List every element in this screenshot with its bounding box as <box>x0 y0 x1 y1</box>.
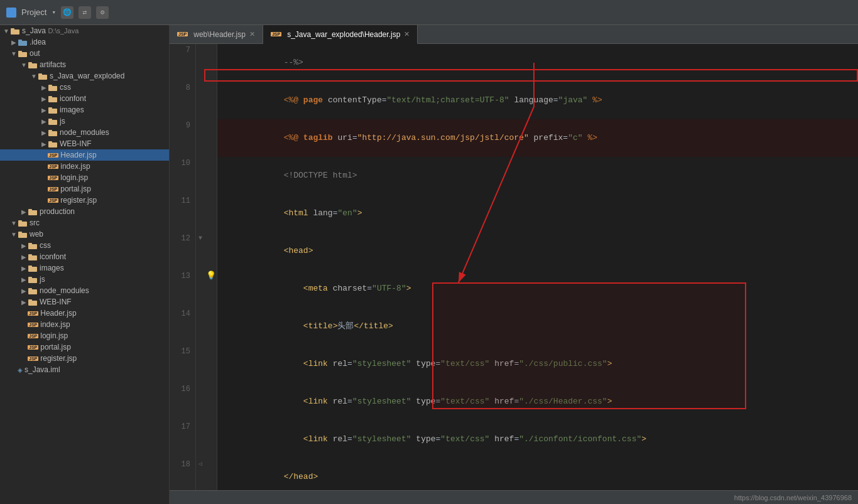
webinf2-label: WEB-INF <box>40 298 169 306</box>
sidebar-item-images1[interactable]: ▶ images <box>0 104 169 115</box>
svg-rect-24 <box>18 222 27 227</box>
code-line-14: 14 <title>头部</title> <box>170 308 858 345</box>
jsp-badge-4: JSP <box>48 187 58 191</box>
svg-rect-6 <box>28 63 37 68</box>
images2-icon <box>28 264 38 272</box>
action-btn-1[interactable]: 🌐 <box>61 6 73 19</box>
line-content-11: <html lang="en"> <box>217 195 858 232</box>
js2-label: js <box>40 275 169 284</box>
fold-13 <box>196 270 205 308</box>
sidebar-item-iml[interactable]: ◈ s_Java.iml <box>0 364 169 375</box>
sidebar-item-nodemod1[interactable]: ▶ node_modules <box>0 127 169 138</box>
artifacts-label: artifacts <box>40 60 169 69</box>
action-btn-3[interactable]: ⚙ <box>96 6 109 19</box>
tab-jsp-badge-1: JSP <box>177 32 188 36</box>
fold-15 <box>196 345 205 383</box>
sidebar-item-images2[interactable]: ▶ images <box>0 262 169 274</box>
code-editor[interactable]: 7 --%> 8 <%@ page contentType="text/html… <box>170 44 858 490</box>
sidebar-item-web[interactable]: ▼ web <box>0 228 169 240</box>
line-content-8: <%@ page contentType="text/html;charset=… <box>217 82 858 119</box>
sidebar-item-nodemod2[interactable]: ▶ node_modules <box>0 285 169 296</box>
dropdown-icon[interactable]: ▾ <box>52 8 56 16</box>
title-bar: Project ▾ 🌐 ⇄ ⚙ <box>0 0 858 25</box>
sidebar-item-loginjsp1[interactable]: JSP login.jsp <box>0 172 169 183</box>
sidebar-item-webinf2[interactable]: ▶ WEB-INF <box>0 296 169 308</box>
action-btn-2[interactable]: ⇄ <box>79 6 91 19</box>
line-content-15: <link rel="stylesheet" type="text/css" h… <box>217 345 858 383</box>
images1-icon <box>48 106 58 114</box>
headerjsp2-label: Header.jsp <box>40 309 169 318</box>
sidebar-item-css1[interactable]: ▶ css <box>0 82 169 93</box>
sidebar-item-js2[interactable]: ▶ js <box>0 274 169 285</box>
root-arrow: ▼ <box>3 28 10 35</box>
web-label: web <box>30 230 169 239</box>
sidebar-item-portaljsp2[interactable]: JSP portal.jsp <box>0 341 169 353</box>
gutter-15 <box>205 345 217 383</box>
css2-label: css <box>40 241 169 250</box>
code-line-16: 16 <link rel="stylesheet" type="text/css… <box>170 383 858 421</box>
line-num-12: 12 <box>170 232 196 270</box>
sidebar-item-headerjsp-selected[interactable]: JSP Header.jsp <box>0 149 169 161</box>
tab-war-header[interactable]: JSP s_Java_war_exploded\Header.jsp ✕ <box>263 25 418 44</box>
svg-rect-33 <box>28 265 32 267</box>
sidebar-item-js1[interactable]: ▶ js <box>0 115 169 127</box>
line-num-14: 14 <box>170 308 196 345</box>
sidebar-item-webinf1[interactable]: ▶ WEB-INF <box>0 138 169 149</box>
sidebar-item-portaljsp1[interactable]: JSP portal.jsp <box>0 183 169 195</box>
svg-rect-12 <box>48 97 57 102</box>
sidebar-item-src[interactable]: ▼ src <box>0 217 169 228</box>
sidebar-item-indexjsp2[interactable]: JSP index.jsp <box>0 319 169 330</box>
jsp-badge-2: JSP <box>48 164 58 169</box>
svg-rect-36 <box>28 289 37 294</box>
line-content-17: <link rel="stylesheet" type="text/css" h… <box>217 421 858 458</box>
sidebar-item-loginjsp2[interactable]: JSP login.jsp <box>0 330 169 341</box>
tab-web-header-close[interactable]: ✕ <box>249 30 255 38</box>
fold-12: ▼ <box>196 232 205 270</box>
web-icon <box>18 230 28 238</box>
sidebar-item-production[interactable]: ▶ production <box>0 206 169 217</box>
svg-rect-23 <box>28 209 32 211</box>
root-label: s_Java D:\s_Java <box>22 26 169 35</box>
out-arrow: ▼ <box>10 50 18 57</box>
js2-icon <box>28 276 38 283</box>
sidebar-item-indexjsp1[interactable]: JSP index.jsp <box>0 161 169 172</box>
sidebar-item-css2[interactable]: ▶ css <box>0 240 169 251</box>
nodemod1-arrow: ▶ <box>40 129 48 136</box>
svg-rect-1 <box>11 28 14 30</box>
tab-web-header[interactable]: JSP web\Header.jsp ✕ <box>170 25 263 43</box>
css1-icon <box>48 83 58 91</box>
sidebar-item-war[interactable]: ▼ s_Java_war_exploded <box>0 70 169 82</box>
gutter-9 <box>205 119 217 157</box>
tab-war-header-close[interactable]: ✕ <box>404 30 410 38</box>
sidebar-item-iconfont1[interactable]: ▶ iconfont <box>0 93 169 104</box>
headerjsp-label: Header.jsp <box>60 151 169 159</box>
sidebar-item-registerjsp1[interactable]: JSP register.jsp <box>0 195 169 206</box>
idea-arrow: ▶ <box>10 39 18 46</box>
sidebar-item-out[interactable]: ▼ out <box>0 48 169 59</box>
svg-rect-30 <box>28 255 37 260</box>
tab-web-header-label: web\Header.jsp <box>193 30 246 39</box>
line-num-18: 18 <box>170 458 196 490</box>
code-line-13: 13 💡 <meta charset="UTF-8"> <box>170 270 858 308</box>
svg-rect-26 <box>18 233 27 238</box>
iml-label: s_Java.iml <box>24 365 169 374</box>
sidebar-item-iconfont2[interactable]: ▶ iconfont <box>0 251 169 262</box>
sidebar-item-artifacts[interactable]: ▼ artifacts <box>0 59 169 70</box>
gutter-10 <box>205 157 217 195</box>
loginjsp2-label: login.jsp <box>40 331 169 340</box>
jsp-badge-5: JSP <box>48 198 58 203</box>
sidebar-item-idea[interactable]: ▶ .idea <box>0 36 169 48</box>
code-line-9: 9 <%@ taglib uri="http://java.sun.com/js… <box>170 119 858 157</box>
sidebar-item-headerjsp2[interactable]: JSP Header.jsp <box>0 308 169 319</box>
code-line-12: 12 ▼ <head> <box>170 232 858 270</box>
svg-rect-22 <box>28 210 37 215</box>
webinf2-icon <box>28 298 38 306</box>
fold-17 <box>196 421 205 458</box>
indexjsp1-label: index.jsp <box>60 162 169 171</box>
sidebar-item-registerjsp2[interactable]: JSP register.jsp <box>0 353 169 364</box>
svg-rect-2 <box>18 41 27 46</box>
sidebar-root[interactable]: ▼ s_Java D:\s_Java <box>0 25 169 36</box>
line-content-10: <!DOCTYPE html> <box>217 157 858 195</box>
svg-rect-4 <box>18 52 27 57</box>
webinf1-arrow: ▶ <box>40 141 48 147</box>
